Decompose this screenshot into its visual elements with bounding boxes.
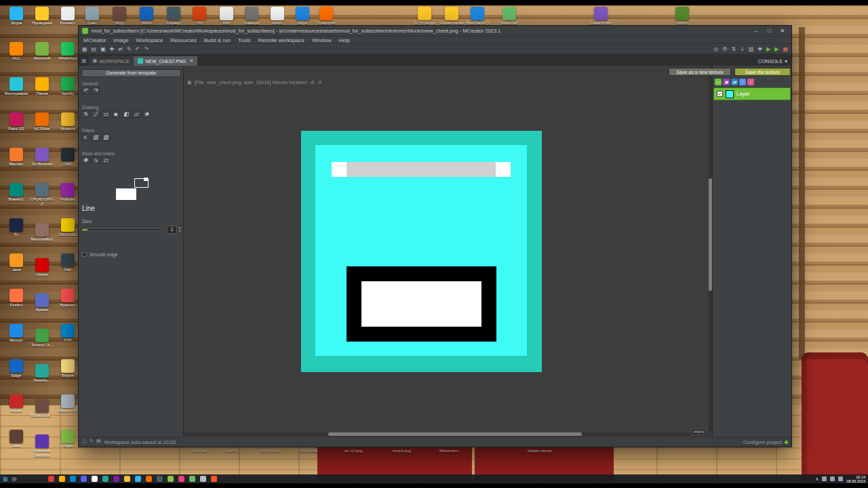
save-texture-button[interactable]: Save the texture: [734, 68, 791, 76]
desktop-icon[interactable]: Браузер: [56, 289, 80, 308]
desktop-icon[interactable]: MicroG: [4, 324, 28, 343]
edit-icon[interactable]: ✎: [127, 46, 132, 52]
desktop-icon[interactable]: Фотографии: [4, 77, 28, 96]
desktop-icon[interactable]: TL: [4, 218, 28, 237]
merge-layer-button[interactable]: ▤: [731, 79, 738, 85]
add-icon[interactable]: ✚: [110, 46, 115, 52]
desktop-icon[interactable]: Java: [4, 253, 28, 272]
desktop-icon[interactable]: Bodacious...: [30, 399, 54, 418]
close-tab-icon[interactable]: ✕: [189, 58, 193, 64]
desktop-icon[interactable]: FTP: [56, 324, 80, 343]
desktop-file[interactable]: тянучк...: [224, 449, 240, 453]
desktop-icon[interactable]: Torrent Cli...: [30, 329, 54, 348]
app-icon[interactable]: [167, 476, 174, 482]
yandex-browser-icon[interactable]: [48, 476, 54, 482]
desktop-file[interactable]: Mdcanism...: [439, 449, 461, 453]
texture-canvas-area[interactable]: ▣ [File: new_chest.png, size: 16x16] Mou…: [184, 66, 712, 436]
desktop-icon[interactable]: Skype: [4, 7, 28, 26]
desktop-icon[interactable]: Java: [4, 430, 28, 449]
app-icon[interactable]: [113, 476, 119, 482]
sync-icon[interactable]: ⇄: [118, 46, 123, 52]
desktop-file[interactable]: new_inve...: [261, 449, 281, 453]
desktop-icon[interactable]: Новая папка: [439, 7, 464, 26]
explorer-icon[interactable]: [59, 476, 65, 482]
desktop-icon[interactable]: Снег: [80, 7, 104, 26]
menu-item[interactable]: Image: [113, 37, 128, 43]
desktop-icon[interactable]: CPUID CPU-Z: [30, 183, 54, 207]
minecraft-icon[interactable]: [189, 476, 195, 482]
line-size-value[interactable]: 1: [167, 226, 177, 234]
desktop-icon[interactable]: BrawlGL: [4, 183, 28, 202]
desktop-icon[interactable]: Spotify: [56, 77, 80, 96]
resize-icon[interactable]: ⇘: [92, 157, 100, 164]
build-icon[interactable]: ✚: [757, 46, 762, 52]
horizontal-scrollbar-thumb[interactable]: [328, 432, 582, 436]
desktop-file[interactable]: тянучки...: [192, 449, 210, 453]
desktop-icon[interactable]: Swanky...: [30, 364, 54, 383]
desktop-icon[interactable]: 11:55 Мода: [412, 7, 437, 26]
menu-item[interactable]: Tools: [238, 37, 251, 43]
desktop-icon[interactable]: Время: [30, 293, 54, 312]
menu-item[interactable]: Window: [312, 37, 331, 43]
taskbar-search-icon[interactable]: ◎: [12, 476, 17, 482]
save-icon[interactable]: ▣: [100, 46, 106, 52]
move-layer-up-button[interactable]: ↑: [739, 79, 746, 85]
desktop-icon[interactable]: Blender: [4, 148, 28, 167]
desktop-icon[interactable]: Universe Sandbox: [30, 434, 54, 458]
settings-icon[interactable]: ⚙: [722, 46, 727, 52]
desktop-icon[interactable]: Podcast: [56, 183, 80, 202]
desktop-icon[interactable]: Firefox: [4, 289, 28, 308]
palette-icon[interactable]: ▦: [783, 46, 788, 52]
tray-icon[interactable]: [830, 476, 835, 481]
fill-icon[interactable]: ◧: [122, 110, 130, 118]
line-size-spinner[interactable]: ▲▼: [178, 226, 181, 232]
desktop-icon[interactable]: WhatsApp: [56, 42, 80, 61]
desktop-icon[interactable]: vitcim: [670, 7, 694, 26]
app-icon[interactable]: [200, 476, 206, 482]
redo-icon[interactable]: ↷: [144, 46, 149, 52]
app-icon[interactable]: [178, 476, 184, 482]
desktop-file[interactable]: TLauncher: [298, 449, 318, 453]
shape-icon[interactable]: ■: [112, 110, 120, 118]
dither-icon[interactable]: ▨: [102, 134, 110, 141]
discord-icon[interactable]: [81, 476, 87, 482]
telegram-icon[interactable]: [70, 476, 76, 482]
color-picker-icon[interactable]: ✚: [142, 110, 151, 118]
desktop-icon[interactable]: Монета: [56, 113, 80, 131]
desktop-icon[interactable]: Edge: [290, 7, 315, 26]
console-toggle[interactable]: CONSOLE ▾: [758, 56, 787, 66]
obs-icon[interactable]: [102, 476, 108, 482]
search-icon[interactable]: ◎: [713, 46, 718, 52]
download-icon[interactable]: ⇩: [740, 46, 745, 52]
desktop-icon[interactable]: Edge: [4, 359, 28, 378]
desktop-icon[interactable]: Opera: [30, 258, 54, 277]
new-file-icon[interactable]: ▦: [82, 46, 87, 52]
desktop-file[interactable]: Новая папка: [528, 449, 551, 453]
zoom-indicator[interactable]: 440%: [692, 428, 706, 435]
desaturate-icon[interactable]: ◐: [81, 134, 90, 141]
configure-project-button[interactable]: Configure project: [743, 439, 782, 445]
desktop-icon[interactable]: Minecraft: [497, 7, 521, 26]
undo-icon[interactable]: ↶: [136, 46, 140, 52]
desktop-icon[interactable]: Tor Browser: [30, 148, 54, 167]
desktop-icon[interactable]: Мод: [107, 7, 132, 26]
minimize-button[interactable]: –: [751, 28, 762, 34]
app-icon[interactable]: [211, 476, 217, 482]
title-bar[interactable]: mod_for_subscribers [C:\Users\work\MCrea…: [79, 26, 791, 37]
tab-workspace[interactable]: ▦ WORKSPACE: [89, 56, 134, 66]
edge-icon[interactable]: [92, 476, 98, 482]
info-icon[interactable]: ⓘ: [82, 439, 87, 445]
log-icon[interactable]: ▤: [96, 439, 101, 445]
generate-from-template-button[interactable]: Generate from template: [81, 69, 181, 77]
desktop-icon[interactable]: Папка: [30, 77, 54, 96]
layer-item[interactable]: ✓ Layer: [713, 87, 791, 100]
desktop-icon[interactable]: Wiki: [214, 7, 239, 26]
desktop-icon[interactable]: Feit: [56, 253, 80, 272]
desktop-icon[interactable]: Paint 3D: [4, 113, 28, 131]
desktop-file[interactable]: но ч2.png: [344, 449, 362, 453]
save-as-new-texture-button[interactable]: Save as a new texture: [669, 68, 731, 76]
desktop-icon[interactable]: Galacticraft: [589, 7, 613, 26]
menu-item[interactable]: MCreator: [83, 37, 106, 43]
desktop-icon[interactable]: Word: [134, 7, 159, 26]
desktop-icon[interactable]: Проводник: [30, 7, 54, 26]
